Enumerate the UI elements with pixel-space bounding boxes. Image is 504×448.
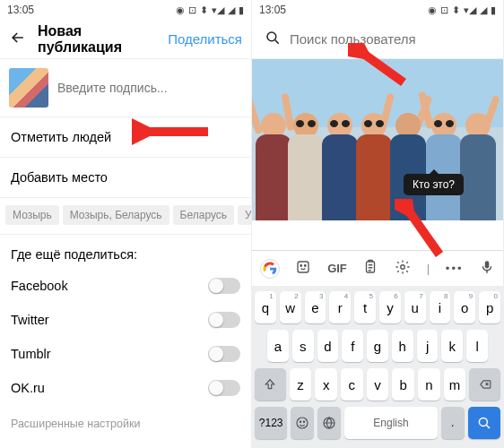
key-q[interactable]: q1 — [255, 291, 276, 323]
search-key[interactable] — [468, 407, 500, 439]
key-t[interactable]: t5 — [354, 291, 376, 323]
key-l[interactable]: l — [466, 330, 488, 362]
svg-point-3 — [305, 265, 307, 267]
svg-point-2 — [300, 265, 302, 267]
svg-point-0 — [267, 32, 276, 41]
settings-icon[interactable] — [395, 259, 411, 278]
status-time: 13:05 — [259, 4, 286, 16]
key-d[interactable]: d — [317, 330, 339, 362]
search-bar — [252, 20, 503, 59]
svg-point-6 — [297, 418, 308, 428]
svg-point-10 — [479, 418, 487, 426]
google-icon[interactable] — [260, 259, 280, 279]
key-a[interactable]: a — [267, 330, 289, 362]
globe-key[interactable] — [317, 407, 341, 439]
add-location-label: Добавить место — [11, 170, 108, 185]
key-u[interactable]: u7 — [404, 291, 426, 323]
mic-icon[interactable] — [479, 259, 495, 278]
app-bar: Новая публикация Поделиться — [0, 20, 251, 59]
svg-point-7 — [300, 421, 301, 422]
toggle-tumblr[interactable] — [208, 346, 240, 362]
key-r[interactable]: r4 — [329, 291, 351, 323]
numeric-key[interactable]: ?123 — [255, 407, 287, 439]
share-okru: OK.ru — [0, 371, 251, 405]
caption-row — [0, 59, 251, 117]
more-icon[interactable]: ••• — [446, 262, 464, 275]
gif-button[interactable]: GIF — [327, 262, 347, 275]
location-chip[interactable]: Украина — [238, 205, 251, 225]
location-chip[interactable]: Мозырь, Беларусь — [63, 205, 169, 225]
caption-input[interactable] — [57, 81, 242, 95]
page-title: Новая публикация — [38, 23, 157, 56]
status-icons: ◉⊡⬍▾◢◢▮ — [176, 4, 244, 16]
key-g[interactable]: g — [367, 330, 388, 362]
svg-point-5 — [401, 265, 405, 270]
key-w[interactable]: w2 — [280, 291, 301, 323]
share-target-label: Facebook — [11, 279, 68, 293]
key-x[interactable]: x — [315, 368, 337, 401]
keyboard-suggestion-bar: GIF | ••• — [252, 250, 503, 286]
key-k[interactable]: k — [441, 330, 463, 362]
key-h[interactable]: h — [392, 330, 413, 362]
shift-key[interactable] — [255, 368, 286, 401]
clipboard-icon[interactable] — [362, 259, 378, 278]
location-suggestions: Мозырь Мозырь, Беларусь Беларусь Украина — [0, 198, 251, 235]
key-p[interactable]: p0 — [479, 291, 500, 323]
key-o[interactable]: o9 — [454, 291, 475, 323]
key-s[interactable]: s — [292, 330, 314, 362]
tag-tooltip: Кто это? — [404, 174, 464, 195]
backspace-key[interactable] — [469, 368, 500, 401]
svg-rect-1 — [298, 262, 308, 272]
key-z[interactable]: z — [290, 368, 312, 401]
key-i[interactable]: i8 — [430, 291, 451, 323]
share-facebook: Facebook — [0, 269, 251, 303]
key-v[interactable]: v — [367, 368, 389, 401]
share-tumblr: Tumblr — [0, 337, 251, 371]
key-b[interactable]: b — [392, 368, 414, 401]
key-y[interactable]: y6 — [379, 291, 401, 323]
back-icon[interactable] — [9, 29, 27, 50]
status-bar: 13:05 ◉⊡⬍▾◢◢▮ — [0, 0, 251, 20]
tag-people-label: Отметить людей — [11, 130, 111, 144]
location-chip[interactable]: Беларусь — [173, 205, 234, 225]
share-twitter: Twitter — [0, 303, 251, 337]
emoji-key[interactable] — [291, 407, 314, 439]
status-icons: ◉⊡⬍▾◢◢▮ — [428, 4, 496, 16]
soft-keyboard: q1w2e3r4t5y6u7i8o9p0 asdfghjkl zxcvbnm ?… — [252, 286, 503, 448]
toggle-facebook[interactable] — [208, 278, 240, 294]
screen-tag-people: 13:05 ◉⊡⬍▾◢◢▮ Кто это? GIF | ••• — [252, 0, 504, 448]
key-e[interactable]: e3 — [305, 291, 326, 323]
screen-new-post: 13:05 ◉⊡⬍▾◢◢▮ Новая публикация Поделитьс… — [0, 0, 252, 448]
key-n[interactable]: n — [418, 368, 440, 401]
share-target-label: OK.ru — [11, 381, 45, 395]
status-bar: 13:05 ◉⊡⬍▾◢◢▮ — [252, 0, 503, 20]
post-thumbnail[interactable] — [9, 68, 48, 108]
period-key[interactable]: . — [441, 407, 465, 439]
add-location-row[interactable]: Добавить место — [0, 158, 251, 198]
search-icon — [265, 30, 281, 49]
key-j[interactable]: j — [417, 330, 439, 362]
share-also-label: Где ещё поделиться: — [0, 235, 251, 269]
advanced-settings[interactable]: Расширенные настройки — [0, 405, 251, 443]
tag-photo[interactable]: Кто это? — [252, 59, 503, 220]
space-key[interactable]: English — [344, 407, 438, 439]
sticker-icon[interactable] — [295, 259, 311, 278]
status-time: 13:05 — [7, 4, 34, 16]
location-chip[interactable]: Мозырь — [5, 205, 59, 225]
share-target-label: Tumblr — [11, 347, 51, 361]
key-m[interactable]: m — [444, 368, 466, 401]
tag-people-row[interactable]: Отметить людей — [0, 117, 251, 158]
share-target-label: Twitter — [11, 313, 49, 327]
svg-point-8 — [304, 421, 305, 422]
search-input[interactable] — [290, 31, 491, 47]
toggle-okru[interactable] — [208, 380, 240, 396]
key-c[interactable]: c — [341, 368, 363, 401]
toggle-twitter[interactable] — [208, 312, 240, 328]
share-button[interactable]: Поделиться — [168, 31, 242, 47]
key-f[interactable]: f — [342, 330, 363, 362]
